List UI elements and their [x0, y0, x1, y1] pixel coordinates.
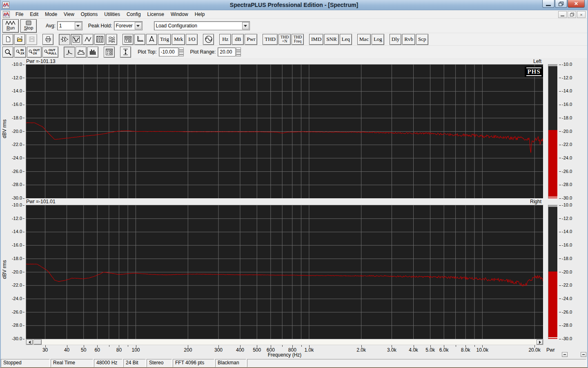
splitter-icon [564, 354, 566, 355]
menu-mode[interactable]: Mode [42, 11, 60, 18]
io-button[interactable]: I/O [186, 34, 198, 45]
display-settings-button[interactable] [122, 34, 134, 45]
arrow-left-icon [29, 341, 31, 344]
spin-up-icon[interactable] [236, 47, 241, 52]
open-folder-icon [17, 36, 23, 43]
minimize-button[interactable] [542, 0, 555, 8]
bar-plot-icon [78, 49, 85, 55]
calibration-button[interactable] [146, 34, 157, 45]
peak-hold-select[interactable]: Forever [114, 21, 143, 30]
scroll-right-button[interactable] [537, 339, 543, 345]
imd-button[interactable]: IMD [309, 34, 323, 45]
splitter-icon [582, 354, 585, 355]
avg-select[interactable]: 1 [57, 21, 82, 30]
signal-generator-button[interactable] [203, 34, 214, 45]
meter-tick-label: -26.0 [562, 169, 572, 174]
bar-plot-button[interactable] [76, 47, 87, 58]
right-meter-scale: -10.0-12.0-14.0-16.0-18.0-20.0-22.0-24.0… [559, 205, 587, 339]
zoom-out-2x-button[interactable]: OUT2X [27, 47, 42, 58]
spectrum-view-button[interactable] [71, 34, 82, 45]
close-button[interactable]: ✕ [568, 0, 585, 8]
mdi-minimize-button[interactable] [558, 11, 567, 18]
stop-button[interactable]: Stop [20, 19, 37, 33]
units-hz-button[interactable]: Hz [219, 34, 231, 45]
menu-license[interactable]: License [144, 11, 167, 18]
zoom-toolbar: IN2X OUT2X OUTFULL Plot Top: Plot Range: [1, 46, 587, 58]
thd-button[interactable]: THD [263, 34, 278, 45]
units-db-button[interactable]: dB [232, 34, 244, 45]
menu-help[interactable]: Help [192, 11, 208, 18]
plot-options-button[interactable] [104, 47, 115, 58]
menu-utilities[interactable]: Utilities [101, 11, 123, 18]
plot-range-input[interactable] [218, 47, 236, 56]
plot-top-spinner[interactable] [179, 47, 184, 56]
meter-tick-label: -16.0 [562, 102, 572, 107]
scope-button[interactable]: Scp [416, 34, 428, 45]
line-plot-button[interactable] [64, 47, 75, 58]
run-button[interactable]: Run [2, 19, 19, 33]
waveform-view-button[interactable] [82, 34, 94, 45]
pane-expand-button[interactable] [581, 352, 586, 357]
avg-dropdown-arrow[interactable] [75, 22, 82, 29]
power-button[interactable]: Pwr [245, 34, 257, 45]
transport-toolbar: Run Stop Avg: 1 Peak Hold: Forever Load … [1, 19, 587, 33]
zoom-out-full-button[interactable]: OUTFULL [42, 47, 58, 58]
histogram-button[interactable] [87, 47, 98, 58]
frequency-scrollbar[interactable] [26, 339, 543, 345]
y-tick-label: -18.0 [12, 115, 22, 120]
spectrum-client-area: Pwr =-101.13 Left -10.0-12.0-14.0-16.0-1… [1, 58, 587, 359]
plot-range-spinner[interactable] [236, 47, 241, 56]
display-settings-icon [125, 36, 131, 43]
zoom-tool-button[interactable] [2, 47, 13, 58]
delay-button[interactable]: Dly [390, 34, 402, 45]
menu-config[interactable]: Config [123, 11, 144, 18]
document-icon[interactable] [3, 11, 10, 18]
print-button[interactable] [42, 34, 53, 45]
save-button[interactable] [26, 34, 37, 45]
spin-up-icon[interactable] [179, 47, 184, 52]
thd-n-button[interactable]: THD+N [278, 34, 291, 45]
peak-hold-dropdown-arrow[interactable] [135, 22, 142, 29]
logging-button[interactable]: Log [372, 34, 384, 45]
reverb-button[interactable]: Rvb [402, 34, 415, 45]
meter-tick-label: -18.0 [562, 115, 572, 120]
load-config-dropdown-arrow[interactable] [242, 22, 249, 29]
run-analyzer-button[interactable] [59, 34, 70, 45]
right-spectrum-plot[interactable] [26, 205, 543, 339]
scrollbar-thumb[interactable] [33, 339, 42, 345]
restore-button[interactable] [555, 0, 567, 8]
spectrogram-view-button[interactable] [94, 34, 105, 45]
open-file-button[interactable] [14, 34, 25, 45]
new-file-button[interactable] [2, 34, 13, 45]
meter-tick-label: -20.0 [562, 269, 572, 274]
menu-edit[interactable]: Edit [27, 11, 42, 18]
scaling-button[interactable] [134, 34, 145, 45]
thd-freq-button[interactable]: THDFreq [292, 34, 304, 45]
y-tick-label: -26.0 [12, 169, 22, 174]
scroll-left-button[interactable] [26, 339, 33, 345]
vertical-range-button[interactable] [120, 47, 131, 58]
surface-view-button[interactable] [106, 34, 117, 45]
left-spectrum-plot[interactable] [26, 64, 543, 199]
chevron-down-icon [244, 25, 247, 27]
pane-splitter-button[interactable] [562, 352, 568, 357]
y-tick-label: -28.0 [12, 323, 22, 328]
menu-view[interactable]: View [60, 11, 78, 18]
trigger-button[interactable]: Trig [158, 34, 171, 45]
y-tick-label: -16.0 [12, 242, 22, 247]
mdi-restore-button[interactable] [568, 11, 576, 18]
line-plot-icon [66, 49, 73, 55]
menu-file[interactable]: File [12, 11, 27, 18]
menu-options[interactable]: Options [78, 11, 101, 18]
spin-down-icon[interactable] [236, 52, 241, 56]
macro-button[interactable]: Mac [357, 34, 371, 45]
menu-window[interactable]: Window [167, 11, 192, 18]
plot-top-input[interactable] [159, 47, 178, 56]
mdi-close-button[interactable]: × [577, 11, 586, 18]
zoom-in-2x-button[interactable]: IN2X [14, 47, 26, 58]
spin-down-icon[interactable] [179, 52, 184, 56]
load-configuration-select[interactable]: Load Configuration [154, 21, 250, 30]
markers-button[interactable]: Mrk [172, 34, 185, 45]
snr-button[interactable]: SNR [324, 34, 339, 45]
leq-button[interactable]: Leq [340, 34, 352, 45]
